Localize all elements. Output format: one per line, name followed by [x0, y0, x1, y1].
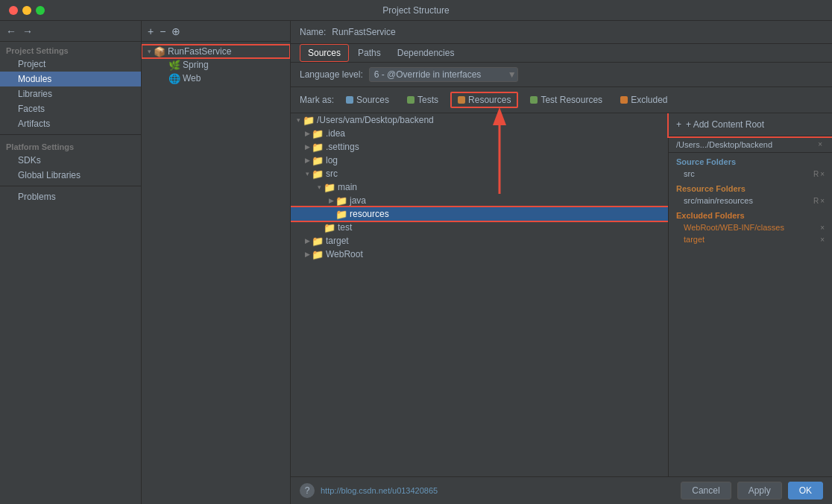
info-panel: + + Add Content Root /Users.../Desktop/b…	[668, 113, 832, 476]
folder-icon-java: 📁	[335, 195, 347, 206]
minimize-button[interactable]	[22, 6, 31, 15]
close-button[interactable]	[9, 6, 18, 15]
bottom-left: ? http://blog.csdn.net/u013420865	[300, 483, 438, 498]
resource-folders-header: Resource Folders	[669, 180, 832, 195]
root-close-button[interactable]: ×	[816, 139, 825, 149]
mark-as-bar: Mark as: Sources Tests Resources Test Re…	[291, 87, 832, 113]
apply-button[interactable]: Apply	[737, 482, 782, 500]
sidebar-item-artifacts-label: Artifacts	[18, 119, 50, 129]
module-tree-item-runfastservice[interactable]: ▾ 📦 RunFastService	[142, 45, 290, 58]
mark-excluded-button[interactable]: Excluded	[614, 93, 673, 107]
maximize-button[interactable]	[36, 6, 45, 15]
sidebar-item-global-libs[interactable]: Global Libraries	[0, 168, 141, 183]
mark-as-label: Mark as:	[300, 95, 334, 105]
module-label-spring: Spring	[183, 60, 209, 70]
tree-item-idea[interactable]: ▶ 📁 .idea	[291, 127, 668, 140]
tree-label-settings: .settings	[326, 142, 359, 152]
sidebar-item-libraries-label: Libraries	[18, 89, 52, 99]
excluded-folder-webroot-path: WebRoot/WEB-INF/classes	[684, 223, 820, 232]
sidebar-item-project[interactable]: Project	[0, 57, 141, 72]
tree-label-java: java	[350, 195, 366, 206]
excluded-target-x-button[interactable]: ×	[820, 236, 825, 244]
excluded-target-actions: ×	[820, 236, 825, 244]
tree-item-settings[interactable]: ▶ 📁 .settings	[291, 140, 668, 154]
tree-item-main[interactable]: ▾ 📁 main	[291, 180, 668, 194]
ok-button[interactable]: OK	[788, 482, 823, 500]
root-actions: ×	[816, 139, 825, 149]
nav-forward-button[interactable]: →	[21, 25, 34, 37]
tabs-bar: Sources Paths Dependencies	[291, 44, 832, 63]
bottom-actions: Cancel Apply OK	[681, 482, 823, 500]
sidebar-item-sdks[interactable]: SDKs	[0, 153, 141, 168]
help-icon: ?	[305, 485, 310, 496]
tree-label-main: main	[338, 182, 357, 192]
folder-icon-backend: 📁	[303, 115, 315, 125]
excluded-webroot-x-button[interactable]: ×	[820, 224, 825, 232]
module-label-web: Web	[183, 73, 201, 84]
add-module-button[interactable]: +	[146, 25, 155, 37]
sidebar-item-artifacts[interactable]: Artifacts	[0, 116, 141, 131]
sidebar-item-libraries[interactable]: Libraries	[0, 86, 141, 101]
cancel-button[interactable]: Cancel	[681, 482, 731, 500]
tab-paths[interactable]: Paths	[350, 44, 388, 62]
tree-item-test[interactable]: 📁 test	[291, 221, 668, 234]
tests-color-dot	[407, 96, 415, 104]
sidebar-item-facets[interactable]: Facets	[0, 101, 141, 116]
excluded-folder-webroot: WebRoot/WEB-INF/classes ×	[669, 221, 832, 233]
sidebar-item-modules-label: Modules	[18, 74, 51, 84]
folder-icon-idea: 📁	[312, 128, 324, 139]
tree-item-target[interactable]: ▶ 📁 target	[291, 234, 668, 248]
sidebar-item-modules[interactable]: Modules	[0, 72, 141, 86]
divider-1	[0, 134, 141, 135]
remove-module-button[interactable]: −	[158, 25, 167, 37]
tree-label-resources: resources	[350, 209, 389, 219]
mark-tests-button[interactable]: Tests	[401, 93, 444, 107]
arrow-settings: ▶	[303, 142, 312, 151]
resource-folder-r-button[interactable]: R	[813, 197, 819, 205]
help-button[interactable]: ?	[300, 483, 315, 498]
language-level-label: Language level:	[300, 69, 363, 80]
tree-arrow-spring	[160, 60, 168, 69]
folder-icon-main: 📁	[324, 182, 335, 192]
source-folder-x-button[interactable]: ×	[820, 170, 825, 178]
sidebar: ← → Project Settings Project Modules Lib…	[0, 21, 142, 504]
tree-label-idea: .idea	[326, 128, 345, 139]
sources-color-dot	[346, 96, 353, 104]
language-level-select[interactable]: 6 - @Override in interfaces	[369, 67, 518, 82]
resource-folder-path: src/main/resources	[684, 196, 813, 205]
module-tree-item-spring[interactable]: 🌿 Spring	[142, 58, 290, 72]
tab-dependencies[interactable]: Dependencies	[390, 44, 462, 62]
module-tree-item-web[interactable]: 🌐 Web	[142, 72, 290, 85]
language-level-bar: Language level: 6 - @Override in interfa…	[291, 63, 832, 87]
spring-icon: 🌿	[168, 60, 180, 70]
tree-item-log[interactable]: ▶ 📁 log	[291, 154, 668, 167]
module-panel: + − ⊕ ▾ 📦 RunFastService 🌿 Spring 🌐 Web	[142, 21, 291, 504]
mark-tests-label: Tests	[417, 95, 438, 105]
content-header: Name: RunFastService	[291, 21, 832, 44]
sidebar-item-problems-label: Problems	[18, 192, 56, 202]
tree-item-backend[interactable]: ▾ 📁 /Users/vam/Desktop/backend	[291, 113, 668, 127]
tree-label-webroot: WebRoot	[326, 249, 363, 259]
copy-module-button[interactable]: ⊕	[170, 25, 182, 37]
mark-resources-label: Resources	[468, 95, 511, 105]
bottom-link[interactable]: http://blog.csdn.net/u013420865	[321, 486, 438, 495]
mark-resources-button[interactable]: Resources	[450, 92, 518, 108]
tree-item-resources[interactable]: 📁 resources	[291, 207, 668, 221]
add-content-root-button[interactable]: + + Add Content Root	[669, 113, 832, 136]
source-folder-r-button[interactable]: R	[813, 170, 819, 178]
title-bar: Project Structure	[0, 0, 832, 21]
mark-test-resources-label: Test Resources	[541, 95, 602, 105]
mark-sources-button[interactable]: Sources	[340, 93, 395, 107]
nav-back-button[interactable]: ←	[4, 25, 18, 37]
mark-test-resources-button[interactable]: Test Resources	[524, 93, 608, 107]
sidebar-item-problems[interactable]: Problems	[0, 189, 141, 204]
resource-folder-x-button[interactable]: ×	[820, 197, 825, 205]
tab-sources[interactable]: Sources	[300, 44, 349, 62]
tree-item-src[interactable]: ▾ 📁 src	[291, 167, 668, 180]
root-item: /Users.../Desktop/backend ×	[669, 136, 832, 153]
module-label-runfastservice: RunFastService	[168, 46, 231, 57]
source-folder-actions: R ×	[813, 170, 825, 178]
web-icon: 🌐	[168, 73, 180, 84]
tree-item-java[interactable]: ▶ 📁 java	[291, 194, 668, 207]
tree-item-webroot[interactable]: ▶ 📁 WebRoot	[291, 248, 668, 261]
